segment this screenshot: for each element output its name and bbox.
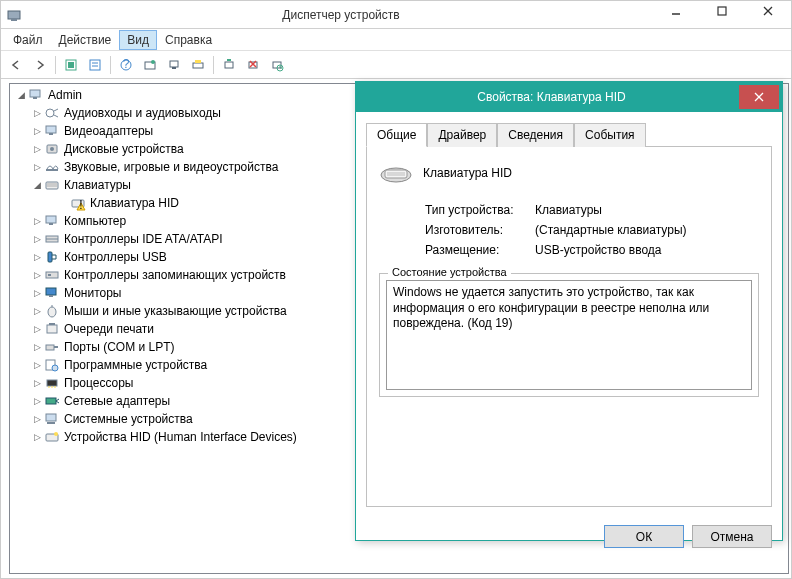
- tree-node-label: Очереди печати: [64, 322, 154, 336]
- update-driver-button[interactable]: [266, 54, 288, 76]
- svg-point-31: [50, 147, 54, 151]
- expand-icon[interactable]: ▷: [30, 394, 44, 408]
- svg-rect-20: [249, 62, 257, 68]
- expand-icon[interactable]: ▷: [30, 304, 44, 318]
- computer-icon: [28, 87, 44, 103]
- enable-button[interactable]: [218, 54, 240, 76]
- expand-icon[interactable]: ▷: [30, 142, 44, 156]
- svg-rect-6: [66, 60, 76, 70]
- type-value: Клавиатуры: [535, 203, 602, 217]
- status-text[interactable]: Windows не удается запустить это устройс…: [386, 280, 752, 390]
- svg-rect-43: [48, 252, 52, 262]
- expand-icon[interactable]: ▷: [30, 250, 44, 264]
- device-category-icon: [44, 267, 60, 283]
- tree-node-label: Клавиатуры: [64, 178, 131, 192]
- maximize-button[interactable]: [699, 1, 745, 21]
- expand-icon[interactable]: ▷: [30, 322, 44, 336]
- forward-button[interactable]: [29, 54, 51, 76]
- menu-help[interactable]: Справка: [157, 30, 220, 50]
- keyboard-icon: [379, 161, 413, 185]
- devices-button[interactable]: [163, 54, 185, 76]
- help-button[interactable]: ?: [115, 54, 137, 76]
- mfg-value: (Стандартные клавиатуры): [535, 223, 687, 237]
- svg-rect-52: [46, 345, 54, 350]
- expand-icon[interactable]: ▷: [30, 106, 44, 120]
- tab-details[interactable]: Сведения: [497, 123, 574, 147]
- menu-view[interactable]: Вид: [119, 30, 157, 50]
- collapse-icon[interactable]: ◢: [14, 88, 28, 102]
- tree-node-label: Системные устройства: [64, 412, 193, 426]
- device-category-icon: [44, 375, 60, 391]
- svg-line-64: [755, 93, 763, 101]
- show-hidden-button[interactable]: [60, 54, 82, 76]
- svg-text:!: !: [79, 198, 82, 211]
- svg-rect-0: [8, 11, 20, 19]
- device-name: Клавиатура HID: [423, 166, 512, 180]
- svg-rect-55: [47, 380, 57, 386]
- svg-rect-46: [46, 288, 56, 295]
- tree-node-label: Звуковые, игровые и видеоустройства: [64, 160, 278, 174]
- close-button[interactable]: [745, 1, 791, 21]
- expand-icon[interactable]: ▷: [30, 160, 44, 174]
- menu-file[interactable]: Файл: [5, 30, 51, 50]
- svg-rect-39: [46, 216, 56, 223]
- device-category-icon: [44, 429, 60, 445]
- back-button[interactable]: [5, 54, 27, 76]
- dialog-titlebar[interactable]: Свойства: Клавиатура HID: [356, 82, 782, 112]
- svg-marker-37: [77, 203, 85, 210]
- expand-icon[interactable]: ▷: [30, 268, 44, 282]
- expand-icon[interactable]: ▷: [30, 286, 44, 300]
- dialog-title: Свойства: Клавиатура HID: [364, 90, 739, 104]
- svg-text:?: ?: [123, 58, 130, 71]
- toolbar-separator: [110, 56, 111, 74]
- tab-driver[interactable]: Драйвер: [427, 123, 497, 147]
- svg-rect-60: [46, 414, 56, 421]
- uninstall-button[interactable]: [242, 54, 264, 76]
- toolbar-separator: [55, 56, 56, 74]
- tab-events[interactable]: События: [574, 123, 646, 147]
- dialog-tabs: Общие Драйвер Сведения События: [366, 122, 772, 147]
- device-category-icon: [44, 105, 60, 121]
- expand-icon[interactable]: ▷: [30, 214, 44, 228]
- device-category-icon: [44, 321, 60, 337]
- tree-node-label: Мониторы: [64, 286, 121, 300]
- collapse-icon[interactable]: ◢: [30, 178, 44, 192]
- expand-icon[interactable]: ▷: [30, 358, 44, 372]
- menu-action[interactable]: Действие: [51, 30, 120, 50]
- svg-rect-1: [11, 19, 17, 21]
- svg-rect-18: [195, 60, 201, 63]
- svg-rect-47: [49, 295, 53, 297]
- svg-rect-23: [273, 62, 281, 68]
- device-category-icon: [44, 303, 60, 319]
- svg-rect-45: [48, 274, 51, 276]
- expand-icon[interactable]: ▷: [30, 232, 44, 246]
- expand-icon[interactable]: ▷: [30, 376, 44, 390]
- svg-rect-51: [49, 323, 55, 325]
- cancel-button[interactable]: Отмена: [692, 525, 772, 548]
- tree-leaf-label: Клавиатура HID: [90, 196, 179, 210]
- svg-rect-19: [225, 62, 233, 68]
- tree-node-label: Порты (COM и LPT): [64, 340, 175, 354]
- scan-button[interactable]: [139, 54, 161, 76]
- ok-button[interactable]: ОК: [604, 525, 684, 548]
- properties-button[interactable]: [84, 54, 106, 76]
- expand-icon[interactable]: ▷: [30, 340, 44, 354]
- tree-node-label: Контроллеры USB: [64, 250, 167, 264]
- svg-rect-26: [33, 97, 37, 99]
- expand-icon[interactable]: ▷: [30, 412, 44, 426]
- svg-rect-50: [47, 325, 57, 333]
- expand-icon[interactable]: ▷: [30, 430, 44, 444]
- svg-rect-53: [46, 360, 55, 370]
- dialog-close-button[interactable]: [739, 85, 779, 109]
- tree-node-label: Видеоадаптеры: [64, 124, 153, 138]
- svg-rect-8: [90, 60, 100, 70]
- tab-general[interactable]: Общие: [366, 123, 427, 147]
- svg-rect-13: [145, 62, 155, 69]
- svg-rect-16: [172, 67, 176, 69]
- toolbar: ?: [1, 51, 791, 79]
- expand-icon[interactable]: ▷: [30, 124, 44, 138]
- resources-button[interactable]: [187, 54, 209, 76]
- minimize-button[interactable]: [653, 1, 699, 21]
- device-category-icon: [44, 141, 60, 157]
- svg-rect-7: [68, 62, 74, 68]
